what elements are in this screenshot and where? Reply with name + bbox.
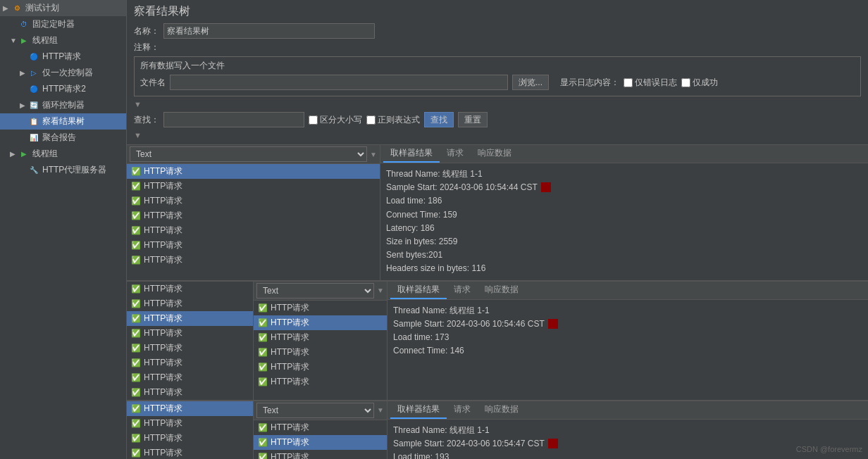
- error-only-check[interactable]: [624, 78, 633, 87]
- arrow-icon: ▼: [10, 37, 17, 44]
- red-bar-2: [548, 319, 558, 329]
- tab-request-2[interactable]: 请求: [447, 282, 478, 299]
- list-item[interactable]: ✅ HTTP请求: [127, 356, 253, 370]
- thread-name-2: Thread Name: 线程组 1-1: [393, 304, 862, 317]
- result-left-extra-2: ✅ HTTP请求 ✅ HTTP请求 ✅ HTTP请求 ✅ HTTP请求: [127, 282, 254, 400]
- arrow-icon: [20, 166, 27, 174]
- result-left-3: Text ▼ ✅ HTTP请求 ✅ HTTP请求: [254, 401, 388, 460]
- list-item[interactable]: ✅ HTTP请求: [127, 179, 380, 194]
- list-item[interactable]: ✅ HTTP请求: [127, 370, 253, 385]
- error-only-checkbox[interactable]: 仅错误日志: [624, 77, 677, 89]
- list-item[interactable]: ✅ HTTP请求: [127, 416, 253, 431]
- list-item[interactable]: ✅ HTTP请求: [127, 385, 253, 400]
- sidebar-item-label: HTTP请求: [42, 51, 81, 63]
- case-sensitive-check[interactable]: [309, 115, 318, 125]
- dropdown-arrow-3[interactable]: ▼: [377, 406, 384, 414]
- aggregate-icon: 📊: [28, 132, 39, 144]
- sidebar-item-timer[interactable]: ⏱ 固定定时器: [0, 16, 126, 32]
- shield-icon: ✅: [258, 333, 268, 342]
- result-tabs-2: 取样器结果 请求 响应数据: [388, 282, 868, 300]
- tab-response-3[interactable]: 响应数据: [478, 401, 526, 419]
- list-item[interactable]: ✅ HTTP请求: [127, 253, 380, 268]
- shield-icon: ✅: [131, 434, 141, 443]
- text-dropdown-1[interactable]: Text: [130, 146, 367, 162]
- extra-list-3: ✅ HTTP请求 ✅ HTTP请求 ✅ HTTP请求 ✅ HTTP请求: [127, 401, 253, 460]
- file-section: 所有数据写入一个文件 文件名 浏览... 显示日志内容： 仅错误日志 仅成功: [134, 56, 861, 96]
- sidebar-item-label: 线程组: [32, 34, 58, 46]
- sidebar-item-aggregate[interactable]: 📊 聚合报告: [0, 130, 126, 146]
- sidebar-item-result-tree[interactable]: 📋 察看结果树: [0, 113, 126, 130]
- sidebar-item-test-plan[interactable]: ▶ ⚙ 测试计划: [0, 0, 126, 16]
- sample-start-3: Sample Start: 2024-03-06 10:54:47 CST: [393, 437, 862, 451]
- list-item[interactable]: ✅ HTTP请求: [127, 401, 253, 416]
- shield-icon: ✅: [258, 438, 268, 447]
- list-item[interactable]: ✅ HTTP请求: [254, 345, 387, 360]
- http-icon: 🔵: [28, 51, 39, 63]
- watermark: CSDN @forevermz: [796, 445, 862, 453]
- result-tabs-1: 取样器结果 请求 响应数据: [380, 145, 868, 163]
- test-plan-icon: ⚙: [11, 3, 23, 14]
- success-only-check[interactable]: [681, 78, 690, 87]
- load-time-1: Load time: 186: [386, 194, 862, 208]
- list-item[interactable]: ✅ HTTP请求: [254, 375, 387, 389]
- list-item[interactable]: ✅ HTTP请求: [127, 446, 253, 460]
- dropdown-arrow-2[interactable]: ▼: [377, 287, 384, 294]
- name-input[interactable]: [163, 23, 375, 39]
- sidebar-item-thread-group[interactable]: ▼ ▶ 线程组: [0, 32, 126, 49]
- file-input[interactable]: [170, 75, 508, 90]
- tab-request-1[interactable]: 请求: [440, 145, 471, 163]
- list-item[interactable]: ✅ HTTP请求: [254, 435, 387, 450]
- list-item[interactable]: ✅ HTTP请求: [254, 420, 387, 435]
- success-only-checkbox[interactable]: 仅成功: [681, 77, 718, 89]
- collapse-arrow-2[interactable]: ▼: [134, 130, 861, 140]
- tab-request-3[interactable]: 请求: [447, 401, 478, 419]
- text-dropdown-3[interactable]: Text: [256, 403, 374, 418]
- search-input[interactable]: [163, 112, 304, 127]
- case-sensitive-label[interactable]: 区分大小写: [309, 114, 362, 126]
- sidebar-item-thread-group2[interactable]: ▶ ▶ 线程组: [0, 146, 126, 162]
- collapse-arrow[interactable]: ▼: [134, 99, 861, 109]
- file-row: 文件名 浏览... 显示日志内容： 仅错误日志 仅成功: [140, 75, 855, 90]
- shield-icon: ✅: [131, 314, 141, 323]
- reset-button[interactable]: 重置: [458, 112, 488, 127]
- shield-icon: ✅: [131, 256, 141, 265]
- list-item[interactable]: ✅ HTTP请求: [127, 282, 253, 296]
- tab-response-2[interactable]: 响应数据: [478, 282, 526, 299]
- tab-sampler-result-3[interactable]: 取样器结果: [390, 401, 447, 419]
- text-dropdown-2[interactable]: Text: [256, 283, 374, 298]
- dropdown-arrow-1[interactable]: ▼: [370, 151, 377, 158]
- list-item[interactable]: ✅ HTTP请求: [127, 311, 253, 326]
- tab-response-1[interactable]: 响应数据: [471, 145, 519, 163]
- list-item[interactable]: ✅ HTTP请求: [127, 208, 380, 223]
- result-list-1: ✅ HTTP请求 ✅ HTTP请求 ✅ HTTP请求 ✅ HTTP请求: [127, 164, 380, 280]
- find-button[interactable]: 查找: [424, 112, 454, 127]
- list-item[interactable]: ✅ HTTP请求: [254, 315, 387, 330]
- sidebar-item-http-proxy[interactable]: 🔧 HTTP代理服务器: [0, 162, 126, 178]
- list-item[interactable]: ✅ HTTP请求: [254, 360, 387, 375]
- tab-sampler-result-2[interactable]: 取样器结果: [390, 282, 447, 299]
- list-item[interactable]: ✅ HTTP请求: [254, 301, 387, 315]
- list-item[interactable]: ✅ HTTP请求: [254, 450, 387, 460]
- browse-button[interactable]: 浏览...: [512, 75, 549, 90]
- regex-check[interactable]: [366, 115, 376, 125]
- shield-icon: ✅: [131, 284, 141, 294]
- search-label: 查找：: [134, 114, 159, 126]
- list-item[interactable]: ✅ HTTP请求: [127, 164, 380, 179]
- list-item[interactable]: ✅ HTTP请求: [127, 431, 253, 446]
- sidebar-item-http-req1[interactable]: 🔵 HTTP请求: [0, 49, 126, 65]
- load-time-3: Load time: 193: [393, 451, 862, 459]
- list-item[interactable]: ✅ HTTP请求: [127, 341, 253, 356]
- sidebar-item-label: 固定定时器: [32, 18, 75, 30]
- list-item[interactable]: ✅ HTTP请求: [127, 326, 253, 341]
- list-item[interactable]: ✅ HTTP请求: [127, 223, 380, 238]
- sidebar-item-label: 仅一次控制器: [42, 67, 93, 79]
- sidebar-item-loop-controller[interactable]: ▶ 🔄 循环控制器: [0, 97, 126, 113]
- list-item[interactable]: ✅ HTTP请求: [254, 330, 387, 345]
- regex-label[interactable]: 正则表达式: [366, 114, 420, 126]
- list-item[interactable]: ✅ HTTP请求: [127, 238, 380, 253]
- tab-sampler-result-1[interactable]: 取样器结果: [383, 145, 440, 163]
- list-item[interactable]: ✅ HTTP请求: [127, 194, 380, 208]
- sidebar-item-http-req2[interactable]: 🔵 HTTP请求2: [0, 81, 126, 97]
- list-item[interactable]: ✅ HTTP请求: [127, 296, 253, 311]
- sidebar-item-once-controller[interactable]: ▶ ▷ 仅一次控制器: [0, 65, 126, 81]
